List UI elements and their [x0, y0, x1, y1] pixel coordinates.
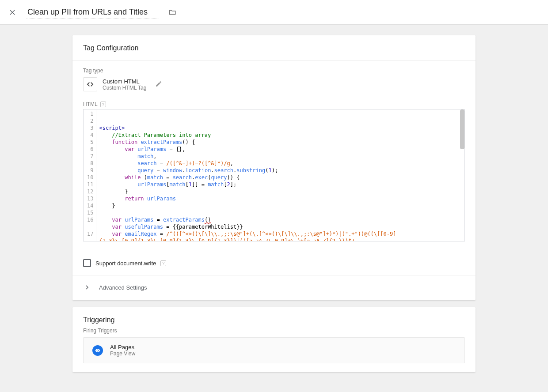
header-bar: [0, 0, 548, 25]
help-icon[interactable]: ?: [100, 102, 106, 107]
svg-point-4: [97, 350, 98, 351]
advanced-settings-toggle[interactable]: Advanced Settings: [72, 275, 476, 300]
tag-config-card: Tag Configuration Tag type Custom HTML C…: [72, 35, 476, 300]
tag-type-text: Custom HTML Custom HTML Tag: [103, 78, 146, 91]
code-area[interactable]: <script> //Extract Parameters into array…: [96, 109, 464, 241]
code-gutter: 1234567891011121314151617: [84, 109, 96, 241]
html-code-editor[interactable]: 1234567891011121314151617 <script> //Ext…: [83, 109, 465, 241]
scrollbar-thumb[interactable]: [460, 109, 464, 149]
edit-pencil-icon[interactable]: [155, 80, 163, 88]
help-icon[interactable]: ?: [160, 260, 166, 266]
advanced-settings-label: Advanced Settings: [99, 284, 147, 291]
support-document-write-checkbox[interactable]: [83, 259, 91, 267]
tag-config-title: Tag Configuration: [72, 35, 476, 60]
page-content: Tag Configuration Tag type Custom HTML C…: [0, 25, 548, 392]
tag-type-sub: Custom HTML Tag: [103, 85, 146, 91]
trigger-text: All Pages Page View: [110, 344, 135, 357]
chevron-right-icon: [83, 283, 91, 291]
code-brackets-icon: [83, 77, 97, 91]
trigger-row[interactable]: All Pages Page View: [83, 337, 465, 363]
tag-config-body: Tag type Custom HTML Custom HTML Tag: [72, 60, 476, 250]
folder-icon[interactable]: [168, 8, 177, 17]
eye-icon: [92, 345, 103, 356]
close-icon[interactable]: [7, 7, 18, 18]
tag-type-row[interactable]: Custom HTML Custom HTML Tag: [83, 77, 465, 91]
html-label: HTML: [83, 101, 98, 107]
triggering-body: Firing Triggers All Pages Page View: [72, 328, 476, 372]
triggering-card: Triggering Firing Triggers All Pages Pag…: [72, 307, 476, 372]
triggering-title: Triggering: [72, 307, 476, 328]
firing-triggers-label: Firing Triggers: [83, 328, 465, 334]
html-label-row: HTML ?: [83, 101, 465, 107]
support-document-write-label: Support document.write: [95, 260, 156, 267]
trigger-type: Page View: [110, 351, 135, 357]
trigger-name: All Pages: [110, 344, 135, 351]
tag-type-name: Custom HTML: [103, 78, 146, 85]
support-document-write-row: Support document.write ?: [72, 250, 476, 275]
tag-title-input[interactable]: [27, 6, 159, 19]
tag-type-label: Tag type: [83, 68, 465, 74]
